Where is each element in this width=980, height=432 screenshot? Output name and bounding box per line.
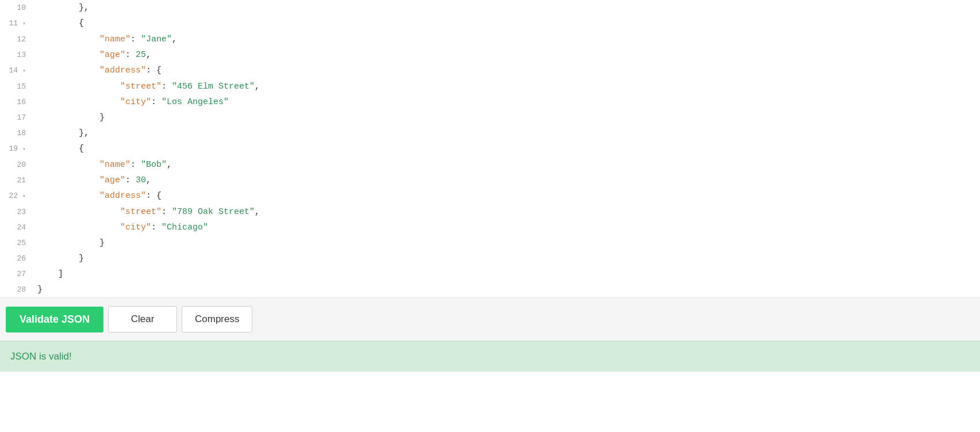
line-number: 16 xyxy=(0,94,32,110)
code-line-18: 18 }, xyxy=(0,125,980,141)
json-key: "street" xyxy=(120,82,162,91)
json-punctuation: , xyxy=(146,175,151,185)
line-content: } xyxy=(32,110,105,125)
json-punctuation: , xyxy=(255,82,260,91)
json-string-value: "Los Angeles" xyxy=(162,97,229,107)
line-number: 17 xyxy=(0,110,32,125)
code-line-15: 15 "street": "456 Elm Street", xyxy=(0,79,980,94)
line-number: 10 xyxy=(0,0,32,16)
code-line-20: 20 "name": "Bob", xyxy=(0,157,980,173)
json-string-value: "Bob" xyxy=(141,160,167,170)
json-punctuation: { xyxy=(37,144,84,154)
code-line-16: 16 "city": "Los Angeles" xyxy=(0,94,980,110)
json-punctuation: : xyxy=(162,207,172,217)
line-content: "street": "789 Oak Street", xyxy=(32,204,260,220)
json-punctuation: , xyxy=(146,50,151,60)
code-line-25: 25 } xyxy=(0,235,980,251)
line-number: 25 xyxy=(0,235,32,251)
json-punctuation: } xyxy=(37,254,84,263)
json-punctuation xyxy=(37,223,120,232)
json-punctuation xyxy=(37,191,99,201)
line-number: 26 xyxy=(0,251,32,266)
collapse-arrow-icon[interactable]: ▾ xyxy=(19,16,26,32)
json-punctuation: , xyxy=(255,207,260,217)
code-line-24: 24 "city": "Chicago" xyxy=(0,220,980,235)
json-punctuation xyxy=(37,207,120,217)
line-content: }, xyxy=(32,0,89,16)
json-punctuation: } xyxy=(37,113,105,123)
line-content: ] xyxy=(32,266,63,282)
code-line-17: 17 } xyxy=(0,110,980,125)
json-string-value: "456 Elm Street" xyxy=(172,82,255,91)
line-number: 18 xyxy=(0,125,32,141)
collapse-arrow-icon[interactable]: ▾ xyxy=(19,189,26,204)
json-punctuation: : xyxy=(162,82,172,91)
json-key: "address" xyxy=(99,191,146,201)
code-editor[interactable]: 10 },11▾ {12 "name": "Jane",13 "age": 25… xyxy=(0,0,980,298)
json-punctuation: }, xyxy=(37,3,89,13)
json-key: "age" xyxy=(99,175,125,185)
json-key: "age" xyxy=(99,50,125,60)
line-number: 12 xyxy=(0,32,32,47)
code-line-28: 28} xyxy=(0,282,980,297)
json-punctuation: { xyxy=(37,18,84,28)
line-content: "age": 25, xyxy=(32,47,151,63)
validate-json-button[interactable]: Validate JSON xyxy=(6,307,103,332)
code-line-11: 11▾ { xyxy=(0,16,980,32)
json-key: "name" xyxy=(99,35,130,44)
code-line-21: 21 "age": 30, xyxy=(0,173,980,188)
line-content: "city": "Los Angeles" xyxy=(32,94,229,110)
line-number: 20 xyxy=(0,157,32,173)
code-line-13: 13 "age": 25, xyxy=(0,47,980,63)
code-line-22: 22▾ "address": { xyxy=(0,188,980,204)
clear-button[interactable]: Clear xyxy=(108,306,177,332)
json-punctuation xyxy=(37,66,99,75)
json-punctuation xyxy=(37,82,120,91)
code-line-19: 19▾ { xyxy=(0,141,980,157)
json-string-value: "789 Oak Street" xyxy=(172,207,255,217)
line-content: } xyxy=(32,282,43,297)
line-content: "address": { xyxy=(32,188,162,204)
code-line-26: 26 } xyxy=(0,251,980,266)
status-bar: JSON is valid! xyxy=(0,341,980,372)
line-content: "address": { xyxy=(32,63,162,78)
json-punctuation: } xyxy=(37,238,105,248)
line-content: } xyxy=(32,251,84,266)
json-punctuation xyxy=(37,160,99,170)
line-number: 22▾ xyxy=(0,188,32,204)
json-punctuation: ] xyxy=(37,269,63,279)
json-string-value: "Jane" xyxy=(141,35,172,44)
line-number: 23 xyxy=(0,204,32,220)
toolbar: Validate JSON Clear Compress xyxy=(0,298,980,341)
json-punctuation: : xyxy=(125,50,136,60)
json-string-value: "Chicago" xyxy=(162,223,208,232)
json-punctuation xyxy=(37,50,99,60)
line-content: } xyxy=(32,235,105,251)
status-message: JSON is valid! xyxy=(10,351,72,362)
code-line-23: 23 "street": "789 Oak Street", xyxy=(0,204,980,220)
json-punctuation xyxy=(37,97,120,107)
json-punctuation: : xyxy=(125,175,136,185)
line-number: 21 xyxy=(0,173,32,188)
json-punctuation: : xyxy=(130,160,141,170)
line-number: 28 xyxy=(0,282,32,297)
json-punctuation: : { xyxy=(146,191,162,201)
line-content: { xyxy=(32,16,84,31)
json-punctuation: : { xyxy=(146,66,162,75)
line-number: 13 xyxy=(0,47,32,63)
collapse-arrow-icon[interactable]: ▾ xyxy=(19,63,26,79)
collapse-arrow-icon[interactable]: ▾ xyxy=(19,142,26,157)
line-number: 27 xyxy=(0,266,32,282)
json-punctuation: : xyxy=(151,223,162,232)
line-content: { xyxy=(32,141,84,156)
compress-button[interactable]: Compress xyxy=(182,306,252,332)
line-content: "city": "Chicago" xyxy=(32,220,208,235)
json-punctuation: : xyxy=(130,35,141,44)
json-punctuation: } xyxy=(37,285,43,295)
json-key: "city" xyxy=(120,97,151,107)
json-punctuation: , xyxy=(172,35,177,44)
json-punctuation: }, xyxy=(37,128,89,138)
code-line-14: 14▾ "address": { xyxy=(0,63,980,79)
json-number-value: 25 xyxy=(136,50,146,60)
line-content: "name": "Jane", xyxy=(32,32,177,47)
